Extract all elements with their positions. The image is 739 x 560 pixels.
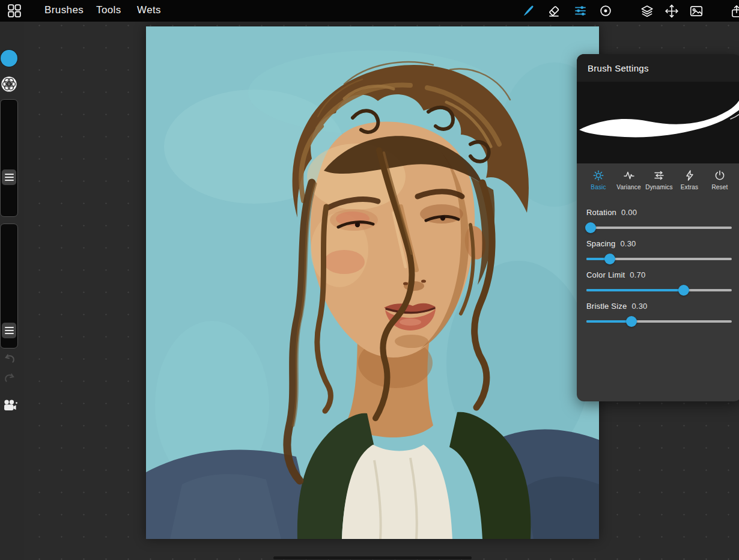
color-wheel-icon — [1, 76, 17, 93]
tab-label: Reset — [711, 184, 728, 190]
undo-icon — [3, 353, 16, 366]
record-target-button[interactable] — [598, 4, 613, 18]
color-wheel-button[interactable] — [1, 76, 17, 93]
eraser-button[interactable] — [547, 4, 561, 18]
tab-variance[interactable]: Variance — [615, 169, 643, 190]
menu-wets[interactable]: Wets — [137, 4, 161, 16]
redo-button[interactable] — [2, 371, 17, 386]
settings-sliders-icon — [573, 4, 588, 18]
tab-dynamics[interactable]: Dynamics — [645, 169, 674, 190]
dynamics-arrows-icon — [653, 169, 665, 181]
redo-icon — [3, 372, 16, 385]
photo-import-icon — [689, 4, 704, 19]
eraser-icon — [547, 4, 561, 18]
tab-label: Variance — [616, 184, 640, 190]
active-color-swatch[interactable] — [1, 50, 17, 67]
undo-button[interactable] — [2, 352, 17, 367]
tab-label: Extras — [681, 184, 699, 190]
timelapse-camera-button[interactable] — [2, 398, 18, 414]
brush-stroke-preview — [577, 82, 739, 163]
slider-fill — [586, 320, 631, 323]
move-transform-icon — [664, 4, 679, 19]
apps-grid-icon — [7, 4, 22, 18]
menubar: Brushes Tools Wets — [0, 0, 739, 22]
power-icon — [714, 169, 726, 181]
slider-value: 0.00 — [621, 208, 637, 217]
brush-opacity-slider[interactable] — [0, 224, 18, 348]
menu-tools[interactable]: Tools — [96, 4, 121, 16]
tab-reset[interactable]: Reset — [705, 169, 734, 190]
brush-size-slider[interactable] — [0, 99, 18, 217]
panel-header: Brush Settings — [577, 54, 739, 82]
slider-knob[interactable] — [678, 285, 689, 296]
vslider-handle[interactable] — [2, 169, 16, 185]
slider-label: Color Limit — [586, 270, 625, 279]
share-export-icon — [729, 4, 739, 19]
slider-knob[interactable] — [626, 316, 637, 327]
tab-extras[interactable]: Extras — [675, 169, 704, 190]
slider-knob[interactable] — [604, 254, 615, 264]
apps-grid-button[interactable] — [7, 4, 22, 18]
slider-fill — [586, 289, 684, 291]
record-target-icon — [598, 4, 613, 18]
paint-brush-icon — [522, 4, 536, 18]
tab-basic[interactable]: Basic — [584, 169, 613, 190]
portrait-painting — [146, 26, 599, 539]
rotation-slider-row: Rotation 0.00 — [586, 208, 732, 229]
tab-label: Basic — [591, 184, 606, 190]
spacing-slider[interactable] — [586, 258, 732, 260]
gear-icon — [592, 169, 604, 181]
share-export-button[interactable] — [729, 4, 739, 18]
layers-icon — [640, 4, 654, 19]
bristle-size-slider-row: Bristle Size 0.30 — [586, 302, 732, 323]
slider-label: Bristle Size — [586, 302, 627, 311]
brush-stroke-sample — [577, 82, 739, 163]
slider-value: 0.30 — [631, 302, 647, 311]
video-camera-icon — [2, 398, 18, 414]
color-limit-slider-row: Color Limit 0.70 — [586, 270, 732, 291]
slider-value: 0.30 — [620, 239, 636, 248]
menu-brushes[interactable]: Brushes — [44, 4, 84, 16]
photo-import-button[interactable] — [689, 4, 704, 18]
slider-label: Rotation — [586, 208, 616, 217]
slider-value: 0.70 — [630, 270, 645, 279]
move-transform-button[interactable] — [664, 4, 679, 18]
bristle-size-slider[interactable] — [586, 320, 732, 323]
variance-wave-icon — [623, 169, 635, 181]
slider-knob[interactable] — [585, 222, 596, 233]
layers-button[interactable] — [640, 4, 654, 18]
vslider-handle[interactable] — [2, 323, 16, 338]
app-window: Brushes Tools Wets — [0, 0, 739, 560]
brush-settings-button[interactable] — [573, 4, 588, 18]
lightning-icon — [684, 169, 696, 181]
paint-brush-button[interactable] — [522, 4, 536, 18]
rotation-slider[interactable] — [586, 227, 732, 229]
slider-list: Rotation 0.00 Spacing 0.30 — [577, 194, 739, 323]
canvas[interactable] — [146, 26, 599, 539]
slider-label: Spacing — [586, 239, 615, 248]
tab-label: Dynamics — [645, 184, 673, 190]
brush-settings-panel: Brush Settings Basic Variance — [577, 54, 739, 401]
color-limit-slider[interactable] — [586, 289, 732, 291]
home-indicator[interactable] — [273, 556, 472, 559]
brush-settings-tabs: Basic Variance Dynamics E — [577, 163, 739, 194]
panel-title: Brush Settings — [588, 63, 649, 73]
spacing-slider-row: Spacing 0.30 — [586, 239, 732, 260]
